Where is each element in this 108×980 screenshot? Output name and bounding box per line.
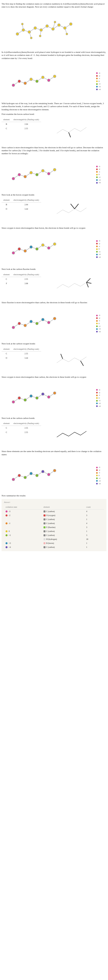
legend-label: -1 xyxy=(99,471,100,474)
legend-label: +3 xyxy=(99,328,100,330)
legend-dot-icon xyxy=(96,477,98,479)
answer-th-count: count xyxy=(85,505,104,509)
legend-label: +4 xyxy=(99,331,100,333)
svg-point-1 xyxy=(22,29,25,32)
legend-dot-icon xyxy=(96,171,98,173)
legend-row: 0 xyxy=(96,80,100,83)
en-th-element: element xyxy=(2,421,11,426)
svg-point-2 xyxy=(28,30,31,33)
en-cell-value: 3.44 xyxy=(11,207,41,211)
en-cell-value: 2.04 xyxy=(11,202,41,207)
legend-row: +3 xyxy=(96,328,100,330)
co-note: Since oxygen is more electronegative tha… xyxy=(2,375,106,379)
en-cell-value: 2.55 xyxy=(11,430,41,434)
svg-point-20 xyxy=(42,76,44,79)
legend-label: -1 xyxy=(99,245,100,248)
en-cell-element: C xyxy=(2,351,11,356)
svg-point-17 xyxy=(24,82,27,85)
svg-point-49 xyxy=(24,399,27,401)
en-cell-element: B xyxy=(2,122,11,126)
oxidation-legend: -3-2-10+1+3+4 xyxy=(96,466,100,485)
answer-row: C (carbon)1 xyxy=(4,517,104,522)
legend-label: -2 xyxy=(99,75,100,77)
answer-cell-element: C (carbon) xyxy=(42,509,85,514)
answer-cell-ox xyxy=(4,537,42,541)
legend-row: +3 xyxy=(96,402,100,405)
svg-point-34 xyxy=(30,246,33,248)
cf-header: Next look at the carbon-fluorine bonds: xyxy=(2,268,106,270)
answer-cell-ox: -2 xyxy=(4,514,42,517)
answer-row: +1C (carbon)3 xyxy=(4,533,104,537)
en-th-en: electronegativity (Pauling scale) xyxy=(11,118,41,122)
answer-row: F (fluorine)3 xyxy=(4,525,104,529)
legend-dot-icon xyxy=(96,389,98,391)
legend-row: +4 xyxy=(96,88,100,91)
answer-cell-ox: 0 xyxy=(4,529,42,533)
answer-cell-count: 3 xyxy=(85,525,104,529)
answer-row: -1C (carbon)4 xyxy=(4,522,104,525)
legend-dot-icon xyxy=(96,174,98,175)
legend-row: 0 xyxy=(96,322,100,325)
en-th-element: element xyxy=(2,118,11,122)
element-swatch-icon xyxy=(44,538,45,540)
element-swatch-icon xyxy=(44,534,45,536)
element-name: B (boron) xyxy=(46,542,54,544)
ox-dot-icon xyxy=(6,534,8,536)
answer-cell-element: C (carbon) xyxy=(42,545,85,549)
legend-dot-icon xyxy=(96,331,98,332)
legend-label: -3 xyxy=(99,240,100,242)
legend-label: -1 xyxy=(99,394,100,397)
legend-label: +1 xyxy=(99,83,100,85)
svg-point-37 xyxy=(47,247,50,250)
svg-point-5 xyxy=(46,25,49,27)
legend-dot-icon xyxy=(96,78,98,79)
legend-dot-icon xyxy=(96,317,98,319)
summarize-text: Now summarize the results: xyxy=(2,494,106,497)
en-cell-value: 2.55 xyxy=(11,426,41,430)
answer-cell-element: C (carbon) xyxy=(42,517,85,522)
legend-row: +3 xyxy=(96,480,100,482)
legend-label: +1 xyxy=(99,176,100,179)
diagram-after-cf: -3-2-10+1+3+4 xyxy=(2,305,106,341)
answer-cell-ox: -3 xyxy=(4,509,42,514)
svg-point-6 xyxy=(52,28,55,30)
svg-point-43 xyxy=(36,322,38,325)
cc-header: Next look at the carbon-carbon bonds: xyxy=(2,417,106,420)
svg-point-8 xyxy=(64,27,66,29)
legend-label: +3 xyxy=(99,480,100,482)
svg-point-29 xyxy=(47,172,50,175)
answer-cell-element: B (boron) xyxy=(42,541,85,545)
legend-dot-icon xyxy=(96,402,98,404)
bo-section: element electronegativity (Pauling scale… xyxy=(2,198,106,226)
legend-dot-icon xyxy=(96,243,98,244)
svg-point-27 xyxy=(36,173,38,176)
table-row: B2.04 xyxy=(2,122,41,126)
answer-cell-ox: +3 xyxy=(4,541,42,545)
legend-row: +4 xyxy=(96,331,100,333)
element-swatch-icon xyxy=(44,519,45,520)
bc-note: Since carbon is more electronegative tha… xyxy=(2,146,106,155)
svg-point-15 xyxy=(12,84,15,87)
legend-row: +4 xyxy=(96,256,100,259)
element-swatch-icon xyxy=(44,511,45,512)
legend-dot-icon xyxy=(96,177,98,178)
svg-point-59 xyxy=(36,474,38,477)
svg-point-42 xyxy=(30,320,33,323)
cf-note: Since fluorine is more electronegative t… xyxy=(2,301,106,304)
legend-label: -3 xyxy=(99,466,100,469)
table-row: C2.55 xyxy=(2,430,41,434)
legend-label: -3 xyxy=(99,314,100,317)
svg-point-60 xyxy=(42,470,44,473)
bc-section: element electronegativity (Pauling scale… xyxy=(2,118,106,145)
svg-point-44 xyxy=(42,318,44,321)
answer-cell-element: H (hydrogen) xyxy=(42,537,85,541)
cc-section: element electronegativity (Pauling scale… xyxy=(2,421,106,449)
legend-dot-icon xyxy=(96,254,98,255)
legend-row: -3 xyxy=(96,240,100,242)
legend-label: 0 xyxy=(99,80,100,83)
legend-label: +4 xyxy=(99,181,100,184)
legend-dot-icon xyxy=(96,83,98,85)
legend-row: +3 xyxy=(96,179,100,181)
legend-row: -2 xyxy=(96,391,100,394)
svg-point-9 xyxy=(69,23,72,25)
